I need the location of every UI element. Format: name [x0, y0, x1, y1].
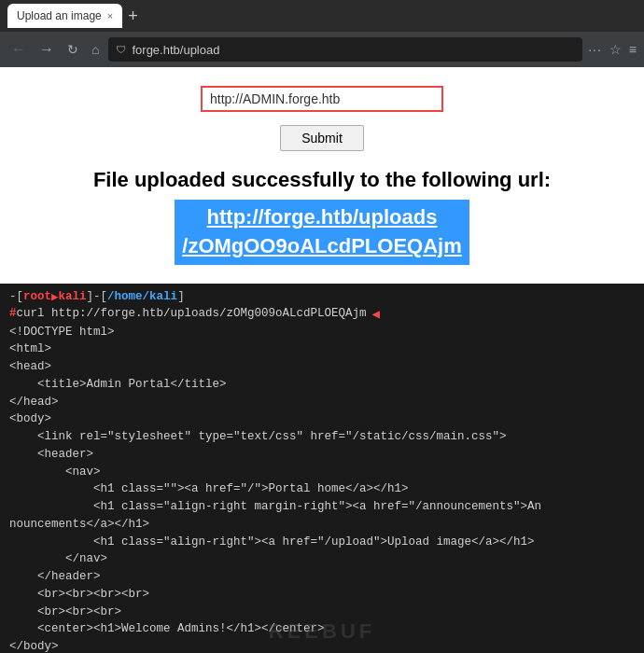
prompt-bracket-open: -[: [9, 290, 23, 303]
terminal-output-line: <head>: [9, 358, 635, 376]
active-tab[interactable]: Upload an image ×: [7, 4, 122, 28]
terminal-output-line: <h1 class=""><a href="/">Portal home</a>…: [9, 480, 635, 498]
more-button[interactable]: ···: [588, 42, 602, 57]
browser-chrome: Upload an image × + ← → ↻ ⌂ 🛡 forge.htb/…: [0, 0, 644, 67]
terminal-command-line: # curl http://forge.htb/uploads/zOMg009o…: [9, 306, 635, 322]
prompt-bracket-close: ]: [87, 290, 94, 303]
terminal-output-line: </nav>: [9, 550, 635, 568]
tab-bar: Upload an image × +: [0, 0, 644, 32]
terminal-prompt-line: -[ root ▶ kali ] -[ /home/kali ]: [9, 289, 635, 304]
menu-button[interactable]: ≡: [629, 42, 637, 57]
terminal-output-line: </head>: [9, 394, 635, 411]
bookmark-icon[interactable]: ☆: [609, 42, 622, 57]
prompt-user: root: [23, 290, 51, 303]
security-icon: 🛡: [116, 44, 126, 55]
terminal-output-line: </body>: [9, 638, 635, 653]
terminal-output-line: <title>Admin Portal</title>: [9, 376, 635, 394]
arrow-icon: ◀: [372, 306, 380, 322]
terminal-output-line: <html>: [9, 340, 635, 358]
prompt-dir-open: -[: [93, 290, 107, 303]
success-heading: File uploaded successfully to the follow…: [93, 168, 551, 192]
new-tab-button[interactable]: +: [128, 7, 138, 26]
terminal: -[ root ▶ kali ] -[ /home/kali ] # curl …: [0, 284, 644, 653]
prompt-dir: /home/kali: [107, 290, 177, 303]
submit-button[interactable]: Submit: [280, 125, 364, 151]
forward-button[interactable]: →: [35, 39, 58, 60]
terminal-output-line: <body>: [9, 410, 635, 428]
terminal-output-line: <h1 class="align-right margin-right"><a …: [9, 498, 635, 516]
nav-extra-buttons: ··· ☆ ≡: [588, 42, 637, 57]
prompt-at: ▶: [51, 289, 59, 304]
terminal-output-line: </header>: [9, 568, 635, 586]
page-content: Submit File uploaded successfully to the…: [0, 67, 644, 284]
refresh-button[interactable]: ↻: [63, 40, 82, 59]
terminal-command: curl http://forge.htb/uploads/zOMg009oAL…: [17, 307, 367, 320]
upload-url-line2: /zOMgOO9oALcdPLOEQAjm: [182, 234, 461, 257]
prompt-hash: #: [9, 307, 17, 320]
browser-window: Upload an image × + ← → ↻ ⌂ 🛡 forge.htb/…: [0, 0, 644, 653]
terminal-output-line: <link rel="stylesheet" type="text/css" h…: [9, 428, 635, 446]
tab-close-button[interactable]: ×: [107, 10, 113, 21]
terminal-output-line: <!DOCTYPE html>: [9, 324, 635, 341]
tab-title: Upload an image: [17, 9, 102, 22]
address-bar[interactable]: 🛡 forge.htb/upload: [108, 37, 582, 62]
terminal-output-line: <br><br><br><br>: [9, 586, 635, 604]
home-button[interactable]: ⌂: [88, 40, 103, 59]
terminal-output-line: <header>: [9, 446, 635, 464]
terminal-output-line: <nav>: [9, 464, 635, 481]
nav-bar: ← → ↻ ⌂ 🛡 forge.htb/upload ··· ☆ ≡: [0, 32, 644, 67]
terminal-output-line: nouncements</a></h1>: [9, 516, 635, 534]
terminal-output: <!DOCTYPE html><html><head> <title>Admin…: [9, 324, 635, 653]
prompt-host: kali: [59, 290, 87, 303]
terminal-output-line: <center><h1>Welcome Admins!</h1></center…: [9, 620, 635, 638]
back-button[interactable]: ←: [7, 39, 30, 60]
terminal-output-line: <h1 class="align-right"><a href="/upload…: [9, 534, 635, 551]
terminal-output-line: <br><br><br>: [9, 604, 635, 621]
prompt-dir-close: ]: [177, 290, 185, 303]
address-text: forge.htb/upload: [132, 43, 575, 57]
url-input[interactable]: [201, 86, 443, 112]
upload-url-line1: http://forge.htb/uploads: [207, 205, 438, 229]
upload-link[interactable]: http://forge.htb/uploads /zOMgOO9oALcdPL…: [175, 200, 469, 265]
